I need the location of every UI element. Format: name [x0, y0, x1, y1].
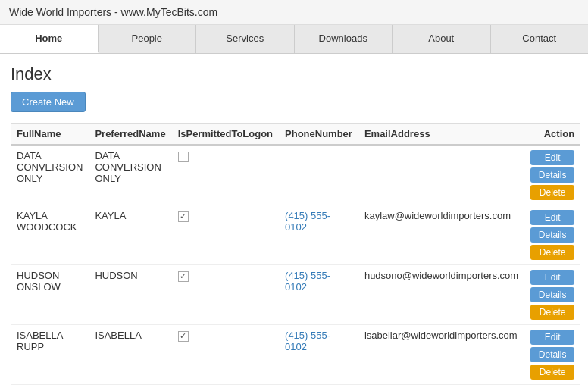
delete-button[interactable]: Delete	[530, 365, 574, 380]
table-row: KAYLA WOODCOCKKAYLA(415) 555-0102kaylaw@…	[11, 205, 580, 265]
create-new-button[interactable]: Create New	[11, 92, 86, 112]
page-content: Index Create New FullName PreferredName …	[0, 54, 588, 385]
cell-fullname: KAYLA WOODCOCK	[11, 205, 89, 265]
table-row: ISABELLA RUPPISABELLA(415) 555-0102isabe…	[11, 325, 580, 385]
col-header-preferred: PreferredName	[89, 124, 171, 146]
col-header-email: EmailAddress	[358, 124, 524, 146]
cell-fullname: DATA CONVERSION ONLY	[11, 145, 89, 205]
cell-phone: (415) 555-0102	[279, 325, 358, 385]
table-header-row: FullName PreferredName IsPermittedToLogo…	[11, 124, 580, 146]
cell-email	[358, 145, 524, 205]
delete-button[interactable]: Delete	[530, 305, 574, 320]
site-header: Wide World Importers - www.MyTecBits.com	[0, 0, 588, 25]
edit-button[interactable]: Edit	[530, 270, 574, 285]
delete-button[interactable]: Delete	[530, 185, 574, 200]
table-row: HUDSON ONSLOWHUDSON(415) 555-0102hudsono…	[11, 265, 580, 325]
phone-link[interactable]: (415) 555-0102	[285, 330, 330, 352]
col-header-permitted: IsPermittedToLogon	[172, 124, 279, 146]
cell-permitted	[172, 325, 279, 385]
details-button[interactable]: Details	[530, 167, 574, 183]
cell-action: EditDetailsDelete	[524, 205, 580, 265]
cell-permitted	[172, 205, 279, 265]
cell-permitted	[172, 145, 279, 205]
cell-email: kaylaw@wideworldimporters.com	[358, 205, 524, 265]
details-button[interactable]: Details	[530, 287, 574, 302]
permitted-checkbox	[178, 271, 189, 282]
cell-action: EditDetailsDelete	[524, 325, 580, 385]
col-header-action: Action	[524, 124, 580, 146]
nav-item-about[interactable]: About	[393, 25, 491, 53]
page-title: Index	[11, 64, 577, 84]
table-row: DATA CONVERSION ONLYDATA CONVERSION ONLY…	[11, 145, 580, 205]
cell-phone: (415) 555-0102	[279, 205, 358, 265]
cell-permitted	[172, 265, 279, 325]
people-table: FullName PreferredName IsPermittedToLogo…	[11, 123, 580, 385]
nav-bar: Home People Services Downloads About Con…	[0, 25, 588, 54]
details-button[interactable]: Details	[530, 227, 574, 243]
phone-link[interactable]: (415) 555-0102	[285, 210, 330, 233]
cell-email: isabellar@wideworldimporters.com	[358, 325, 524, 385]
col-header-phone: PhoneNumber	[279, 124, 358, 146]
nav-item-services[interactable]: Services	[196, 25, 295, 53]
cell-preferred: DATA CONVERSION ONLY	[89, 145, 171, 205]
edit-button[interactable]: Edit	[530, 210, 574, 225]
nav-item-people[interactable]: People	[99, 25, 197, 53]
cell-fullname: ISABELLA RUPP	[11, 325, 89, 385]
cell-fullname: HUDSON ONSLOW	[11, 265, 89, 325]
phone-link[interactable]: (415) 555-0102	[285, 270, 330, 293]
delete-button[interactable]: Delete	[530, 245, 574, 260]
cell-email: hudsono@wideworldimporters.com	[358, 265, 524, 325]
permitted-checkbox	[178, 211, 189, 222]
site-title: Wide World Importers - www.MyTecBits.com	[9, 6, 217, 18]
cell-phone	[279, 145, 358, 205]
col-header-fullname: FullName	[11, 124, 89, 146]
nav-item-contact[interactable]: Contact	[491, 25, 589, 53]
cell-phone: (415) 555-0102	[279, 265, 358, 325]
nav-item-home[interactable]: Home	[0, 25, 99, 53]
details-button[interactable]: Details	[530, 347, 574, 362]
cell-preferred: KAYLA	[89, 205, 171, 265]
permitted-checkbox	[178, 331, 189, 342]
permitted-checkbox	[178, 152, 189, 162]
cell-preferred: HUDSON	[89, 265, 171, 325]
cell-action: EditDetailsDelete	[524, 265, 580, 325]
edit-button[interactable]: Edit	[530, 150, 574, 165]
cell-action: EditDetailsDelete	[524, 145, 580, 205]
nav-item-downloads[interactable]: Downloads	[295, 25, 393, 53]
cell-preferred: ISABELLA	[89, 325, 171, 385]
edit-button[interactable]: Edit	[530, 330, 574, 345]
